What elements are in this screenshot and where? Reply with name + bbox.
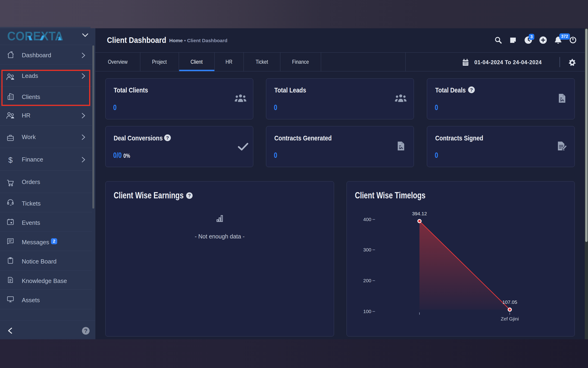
svg-text:Zef Gjini: Zef Gjini <box>501 316 519 322</box>
svg-text:400: 400 <box>363 217 371 222</box>
svg-text:100: 100 <box>363 309 371 314</box>
svg-text:COREXTA: COREXTA <box>7 31 63 41</box>
svg-text:300: 300 <box>363 247 371 252</box>
svg-text:394.12: 394.12 <box>412 211 427 216</box>
svg-text:107.05: 107.05 <box>502 299 517 305</box>
svg-text:200: 200 <box>363 278 371 283</box>
